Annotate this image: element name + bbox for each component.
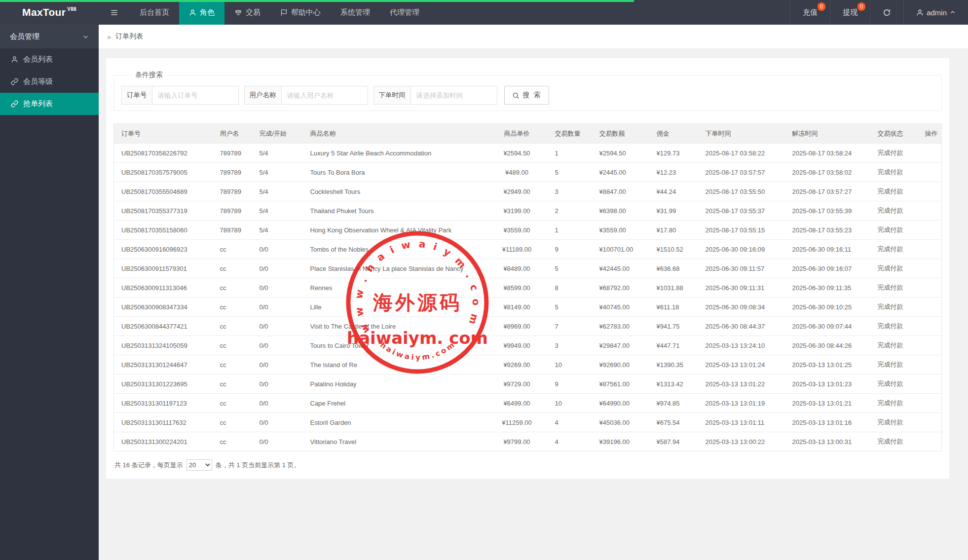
cell-order-time: 2025-03-13 13:01:19	[698, 394, 785, 413]
cell-unfreeze-time: 2025-06-30 09:07:44	[785, 317, 870, 336]
col-unit-price: 商品单价	[486, 124, 548, 144]
recharge-button[interactable]: 充值 0	[790, 0, 830, 25]
nav-item-help-center[interactable]: 帮助中心	[270, 0, 331, 25]
search-row: 订单号用户名称下单时间 搜 索	[121, 86, 934, 105]
table-row[interactable]: UB2506300844377421cc0/0Visit to The Cast…	[114, 317, 942, 336]
table-row[interactable]: UB2503131301117632cc0/0Estoril Garden¥11…	[114, 413, 942, 432]
cell-product-name: Visit to The Castle of the Loire	[303, 317, 486, 336]
search-panel: 条件搜索 订单号用户名称下单时间 搜 索	[113, 71, 942, 111]
cell-trade-status: 完成付款	[870, 432, 918, 451]
cell-trade-qty: 10	[548, 355, 592, 374]
col-action: 操作	[918, 124, 942, 144]
search-field-2: 下单时间	[373, 86, 497, 105]
sidebar-group-member-management[interactable]: 会员管理	[0, 25, 99, 48]
breadcrumb: » 订单列表	[99, 25, 968, 48]
table-row[interactable]: UB25081703553773197897895/4Thailand Phuk…	[114, 201, 942, 221]
cell-done-start: 5/4	[252, 221, 303, 240]
cell-trade-qty: 3	[548, 336, 592, 355]
cell-commission: ¥129.73	[649, 144, 698, 163]
search-input-1[interactable]	[282, 86, 368, 105]
cell-action	[918, 201, 942, 221]
menu-collapse-toggle[interactable]	[99, 0, 130, 25]
table-row[interactable]: UB25081703575790057897895/4Tours To Bora…	[114, 163, 942, 182]
page-size-select[interactable]: 20	[186, 459, 212, 471]
sidebar-item-grab-order-list[interactable]: 抢单列表	[0, 93, 99, 115]
search-button[interactable]: 搜 索	[504, 86, 550, 105]
table-row[interactable]: UB2503131301197123cc0/0Cape Frehel¥6499.…	[114, 394, 942, 413]
cell-unit-price: ¥2594.50	[486, 144, 548, 163]
cell-unfreeze-time: 2025-08-17 03:58:24	[785, 144, 870, 163]
cell-unfreeze-time: 2025-03-13 13:00:31	[785, 432, 870, 451]
cell-username: cc	[213, 278, 252, 298]
cell-action	[918, 317, 942, 336]
user-menu[interactable]: admin	[903, 0, 968, 25]
cell-product-name: Luxury 5 Star Airlie Beach Accommodation	[303, 144, 486, 163]
cell-order-no: UB2508170355504689	[114, 182, 213, 201]
sidebar-menu: 会员列表会员等级抢单列表	[0, 48, 99, 115]
table-row[interactable]: UB2503131300224201cc0/0Vittoriano Travel…	[114, 432, 942, 451]
nav-item-roles[interactable]: 角色	[179, 0, 224, 25]
table-row[interactable]: UB2506300911313046cc0/0Rennes¥8599.008¥6…	[114, 278, 942, 298]
sidebar-item-member-list[interactable]: 会员列表	[0, 48, 99, 71]
cell-unfreeze-time: 2025-03-13 13:01:25	[785, 355, 870, 374]
cell-action	[918, 144, 942, 163]
cell-action	[918, 259, 942, 278]
cell-unfreeze-time: 2025-06-30 09:16:07	[785, 259, 870, 278]
table-row[interactable]: UB2503131301223695cc0/0Palatino Holiday¥…	[114, 374, 942, 394]
cell-product-name: Estoril Garden	[303, 413, 486, 432]
nav-item-agency[interactable]: 代理管理	[380, 0, 429, 25]
nav-item-system[interactable]: 系统管理	[331, 0, 380, 25]
col-order-no: 订单号	[114, 124, 213, 144]
table-row[interactable]: UB25081703551580607897895/4Hong Kong Obs…	[114, 221, 942, 240]
cell-done-start: 0/0	[252, 240, 303, 259]
table-row[interactable]: UB25081703582267927897895/4Luxury 5 Star…	[114, 144, 942, 163]
cell-action	[918, 374, 942, 394]
cell-product-name: The Island of Re	[303, 355, 486, 374]
sidebar-item-member-level[interactable]: 会员等级	[0, 71, 99, 93]
caret-up-icon	[950, 9, 956, 15]
cell-username: cc	[213, 298, 252, 317]
col-trade-qty: 交易数量	[548, 124, 592, 144]
nav-item-trade[interactable]: 交易	[224, 0, 270, 25]
nav-item-dashboard[interactable]: 后台首页	[130, 0, 179, 25]
cell-unfreeze-time: 2025-03-13 13:01:21	[785, 394, 870, 413]
cell-unit-price: ¥3199.00	[486, 201, 548, 221]
cell-done-start: 0/0	[252, 374, 303, 394]
cell-commission: ¥611.18	[649, 298, 698, 317]
table-row[interactable]: UB2503131324105059cc0/0Tours to Cairo To…	[114, 336, 942, 355]
cell-trade-amount: ¥68792.00	[592, 278, 649, 298]
cell-product-name: Hong Kong Observation Wheel & AIA Vitali…	[303, 221, 486, 240]
cell-trade-status: 完成付款	[870, 259, 918, 278]
table-row[interactable]: UB2503131301244647cc0/0The Island of Re¥…	[114, 355, 942, 374]
person-icon	[10, 56, 18, 63]
balance-icon	[234, 8, 242, 16]
col-commission: 佣金	[649, 124, 698, 144]
table-row[interactable]: UB2506300911579301cc0/0Place Stanislas i…	[114, 259, 942, 278]
cell-username: cc	[213, 259, 252, 278]
withdraw-button[interactable]: 提现 0	[830, 0, 870, 25]
cell-trade-qty: 10	[548, 394, 592, 413]
search-input-0[interactable]	[152, 86, 239, 105]
table-row[interactable]: UB2506300908347334cc0/0Lille¥8149.005¥40…	[114, 298, 942, 317]
cell-action	[918, 336, 942, 355]
col-trade-status: 交易状态	[870, 124, 918, 144]
cell-trade-status: 完成付款	[870, 394, 918, 413]
cell-username: cc	[213, 413, 252, 432]
username: admin	[927, 8, 947, 17]
search-icon	[512, 92, 520, 99]
cell-product-name: Vittoriano Travel	[303, 432, 486, 451]
cell-unit-price: ¥3559.00	[486, 221, 548, 240]
cell-trade-status: 完成付款	[870, 240, 918, 259]
refresh-button[interactable]	[870, 0, 903, 25]
cell-unfreeze-time: 2025-08-17 03:55:39	[785, 201, 870, 221]
cell-product-name: Tours To Bora Bora	[303, 163, 486, 182]
cell-commission: ¥1031.88	[649, 278, 698, 298]
table-row[interactable]: UB25081703555046897897895/4Cockleshell T…	[114, 182, 942, 201]
cell-order-no: UB2506300908347334	[114, 298, 213, 317]
search-button-label: 搜 索	[523, 91, 542, 100]
cell-unit-price: ¥9269.00	[486, 355, 548, 374]
cell-trade-amount: ¥42445.00	[592, 259, 649, 278]
cell-trade-qty: 3	[548, 182, 592, 201]
search-input-2[interactable]	[411, 86, 497, 105]
table-row[interactable]: UB2506300916096923cc0/0Tombs of the Nobl…	[114, 240, 942, 259]
